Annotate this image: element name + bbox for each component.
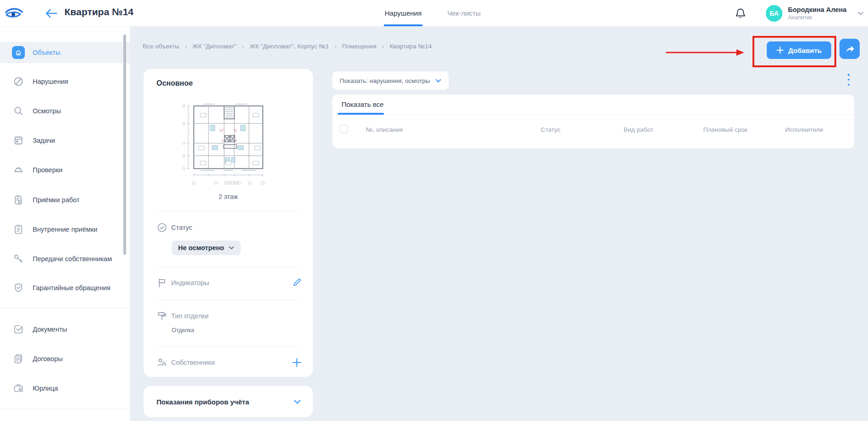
sidebar-item-label: Внутренние приёмки	[33, 226, 97, 233]
sidebar-item-internal-acceptances[interactable]: Внутренние приёмки	[0, 219, 130, 240]
tab-checklists[interactable]: Чек-листы	[447, 0, 480, 26]
flag-icon	[156, 277, 168, 288]
meters-card-title: Показания приборов учёта	[156, 398, 249, 406]
notifications-bell-icon[interactable]	[734, 7, 747, 20]
user-role: Аналитик	[788, 14, 846, 21]
tab-checklists-label: Чек-листы	[447, 9, 480, 17]
user-name: Бородкина Алена	[788, 6, 846, 13]
task-card-icon	[12, 134, 25, 147]
status-label: Статус	[171, 224, 192, 231]
column-header-work-type: Вид работ	[624, 126, 653, 133]
add-button[interactable]: Добавить	[767, 41, 831, 59]
owner-person-key-icon	[156, 357, 168, 368]
back-arrow-icon[interactable]	[44, 7, 58, 19]
sidebar-item-legal-entities[interactable]: Юрлица	[0, 378, 130, 399]
sidebar-item-label: Документы	[33, 326, 67, 333]
tab-row-border	[332, 114, 854, 115]
plus-icon	[776, 47, 784, 54]
records-table-card: Показать все №, описание Статус Вид рабо…	[332, 94, 854, 148]
building-objects-icon	[12, 46, 25, 59]
filter-label: Показать: нарушения, осмотры	[340, 77, 430, 84]
sidebar-item-warranty[interactable]: Гарантийные обращения	[0, 277, 130, 298]
header-tabs: Нарушения Чек-листы	[385, 0, 480, 26]
sidebar-item-violations[interactable]: Нарушения	[0, 71, 130, 92]
header: Квартира №14 Нарушения Чек-листы БА Боро…	[0, 0, 868, 26]
sidebar-item-inspections[interactable]: Осмотры	[0, 100, 130, 122]
hard-hat-icon	[12, 164, 25, 176]
sidebar-divider	[0, 308, 130, 309]
sidebar-item-tasks[interactable]: Задачи	[0, 130, 130, 151]
sidebar-item-label: Передачи собственникам	[33, 255, 112, 263]
active-tab-underline	[338, 113, 384, 115]
sidebar-item-label: Задачи	[33, 137, 55, 144]
owners-label: Собственники	[171, 359, 215, 366]
sidebar-item-label: Проверки	[33, 166, 63, 174]
briefcase-person-icon	[12, 382, 25, 395]
floor-plan-image	[180, 99, 277, 188]
breadcrumb-item[interactable]: ЖК "Дипломат"	[192, 43, 237, 50]
sidebar-item-checks[interactable]: Проверки	[0, 159, 130, 181]
page-title: Квартира №14	[64, 6, 133, 18]
key-icon	[12, 252, 25, 265]
sidebar-item-label: Осмотры	[33, 107, 61, 115]
breadcrumb-item[interactable]: ЖК "Дипломат", Корпус №1	[249, 43, 329, 50]
annotation-arrow	[665, 48, 746, 57]
app-logo-eye-icon	[5, 7, 23, 20]
select-all-checkbox[interactable]	[340, 125, 348, 133]
floor-caption: 2 этаж	[144, 193, 313, 200]
chevron-down-icon	[229, 246, 234, 250]
sidebar-item-objects[interactable]: Объекты	[0, 42, 130, 63]
app-window: Квартира №14 Нарушения Чек-листы БА Боро…	[0, 0, 868, 421]
add-button-label: Добавить	[788, 47, 822, 54]
share-forward-icon	[844, 43, 855, 54]
sidebar-item-work-acceptances[interactable]: Приёмки работ	[0, 189, 130, 210]
breadcrumb-item[interactable]: Все объекты	[143, 43, 179, 50]
finish-type-label: Тип отделки	[171, 312, 208, 320]
card-divider	[156, 211, 300, 211]
share-button[interactable]	[839, 39, 860, 59]
column-header-planned-date: Плановый срок	[703, 126, 747, 133]
tab-violations[interactable]: Нарушения	[385, 0, 422, 26]
card-divider	[156, 346, 300, 347]
sidebar-item-documents[interactable]: Документы	[0, 319, 130, 340]
card-divider	[156, 267, 300, 268]
info-card-title: Основное	[156, 79, 193, 88]
filter-dropdown[interactable]: Показать: нарушения, осмотры	[332, 71, 449, 90]
sidebar: Объекты Нарушения Осмотры Задачи Проверк	[0, 26, 130, 421]
meters-card[interactable]: Показания приборов учёта	[144, 386, 313, 417]
edit-pencil-icon[interactable]	[292, 277, 302, 287]
status-value: Не осмотрено	[178, 244, 224, 251]
main-content: Все объекты › ЖК "Дипломат" › ЖК "Диплом…	[130, 26, 868, 421]
sidebar-item-contracts[interactable]: Договоры	[0, 348, 130, 369]
kebab-menu-icon[interactable]	[846, 74, 851, 86]
sidebar-item-label: Нарушения	[33, 78, 68, 85]
sidebar-item-label: Объекты	[33, 49, 60, 56]
sidebar-item-label: Договоры	[33, 355, 63, 363]
breadcrumb-separator: ›	[242, 43, 244, 50]
user-menu[interactable]: БА Бородкина Алена Аналитик	[766, 4, 864, 23]
tab-show-all[interactable]: Показать все	[341, 100, 384, 108]
indicators-label: Индикаторы	[171, 279, 209, 287]
sidebar-item-owner-transfers[interactable]: Передачи собственникам	[0, 248, 130, 269]
paint-roller-icon	[156, 310, 168, 322]
chevron-down-icon[interactable]	[294, 399, 301, 404]
sidebar-item-label: Приёмки работ	[33, 196, 80, 204]
breadcrumb-separator: ›	[185, 43, 187, 50]
sidebar-scrollbar[interactable]	[123, 35, 126, 255]
breadcrumb-item[interactable]: Помещения	[342, 43, 376, 50]
shield-check-icon	[12, 281, 25, 294]
avatar: БА	[766, 5, 782, 22]
contracts-icon	[12, 352, 25, 365]
clipboard-check-icon	[12, 193, 25, 206]
breadcrumb-item[interactable]: Квартира №14	[389, 43, 432, 50]
sidebar-item-label: Гарантийные обращения	[33, 284, 110, 292]
add-owner-plus-icon[interactable]	[292, 357, 302, 368]
status-check-circle-icon	[156, 222, 168, 233]
sidebar-item-label: Юрлица	[33, 385, 58, 392]
info-card: Основное	[144, 69, 313, 377]
finish-type-value: Отделка	[172, 327, 194, 333]
column-header-number-description: №, описание	[366, 126, 403, 133]
sidebar-divider	[0, 409, 130, 409]
active-tab-underline	[384, 24, 422, 26]
status-chip[interactable]: Не осмотрено	[172, 240, 241, 255]
